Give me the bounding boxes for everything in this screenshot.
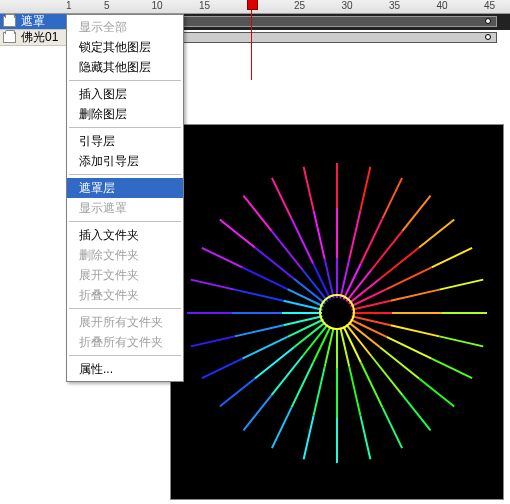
ruler-tick: 30 (342, 0, 353, 11)
ruler-tick: 10 (152, 0, 163, 11)
stage-canvas[interactable] (170, 124, 504, 500)
ruler-tick: 15 (199, 0, 210, 11)
menu-item[interactable]: 引导层 (67, 131, 183, 151)
menu-separator (69, 355, 181, 356)
timeline-playhead[interactable] (251, 0, 252, 80)
menu-item: 显示遮罩 (67, 198, 183, 218)
menu-item[interactable]: 锁定其他图层 (67, 37, 183, 57)
ruler-tick: 5 (104, 0, 110, 11)
menu-item[interactable]: 删除图层 (67, 104, 183, 124)
menu-item: 删除文件夹 (67, 245, 183, 265)
layer-context-menu[interactable]: 显示全部锁定其他图层隐藏其他图层插入图层删除图层引导层添加引导层遮罩层显示遮罩插… (66, 14, 184, 382)
ruler-tick: 45 (484, 0, 495, 11)
menu-item[interactable]: 插入图层 (67, 84, 183, 104)
spiro-core (319, 294, 355, 330)
ruler-tick: 40 (437, 0, 448, 11)
menu-item[interactable]: 属性... (67, 359, 183, 379)
layer-icon (3, 16, 16, 27)
menu-item: 展开文件夹 (67, 265, 183, 285)
menu-item: 折叠所有文件夹 (67, 332, 183, 352)
menu-separator (69, 127, 181, 128)
menu-separator (69, 174, 181, 175)
menu-item[interactable]: 插入文件夹 (67, 225, 183, 245)
menu-item: 展开所有文件夹 (67, 312, 183, 332)
ruler-tick: 1 (66, 0, 72, 11)
layer-icon (3, 32, 16, 43)
menu-separator (69, 221, 181, 222)
menu-item[interactable]: 添加引导层 (67, 151, 183, 171)
ruler-tick: 35 (389, 0, 400, 11)
ruler-tick: 25 (294, 0, 305, 11)
menu-item[interactable]: 遮罩层 (67, 178, 183, 198)
menu-separator (69, 80, 181, 81)
menu-item[interactable]: 隐藏其他图层 (67, 57, 183, 77)
menu-separator (69, 308, 181, 309)
menu-item: 显示全部 (67, 17, 183, 37)
menu-item: 折叠文件夹 (67, 285, 183, 305)
